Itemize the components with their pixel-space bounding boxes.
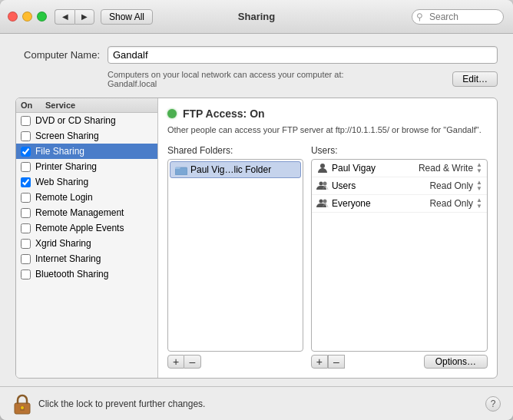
service-label-remote-management: Remote Management <box>35 207 124 218</box>
users-section: Users: Paul VigayRead & Write▲▼ UsersRea… <box>311 145 488 369</box>
folder-icon <box>175 165 187 175</box>
checkbox-remote-apple-events[interactable] <box>21 223 31 233</box>
remove-user-button[interactable]: – <box>328 355 345 369</box>
remove-folder-button[interactable]: – <box>184 355 201 369</box>
checkbox-printer-sharing[interactable] <box>21 162 31 172</box>
help-button[interactable]: ? <box>485 396 501 412</box>
checkbox-web-sharing[interactable] <box>21 177 31 187</box>
edit-button[interactable]: Edit… <box>452 71 498 87</box>
service-item-remote-login[interactable]: Remote Login <box>16 190 157 205</box>
show-all-button[interactable]: Show All <box>101 9 153 25</box>
shared-folders-controls: + – <box>167 355 303 369</box>
checkbox-remote-login[interactable] <box>21 193 31 203</box>
shared-folders-section: Shared Folders: Paul Vig…lic Folder + – <box>167 145 303 369</box>
user-name: Everyone <box>332 198 429 209</box>
user-name: Paul Vigay <box>332 163 419 174</box>
ftp-status: FTP Access: On <box>167 107 488 120</box>
user-item[interactable]: UsersRead Only▲▼ <box>312 177 487 195</box>
group-icon <box>316 180 329 192</box>
user-item[interactable]: Paul VigayRead & Write▲▼ <box>312 160 487 177</box>
lock-icon[interactable] <box>12 393 32 415</box>
ftp-description: Other people can access your FTP server … <box>167 124 488 136</box>
svg-point-8 <box>21 406 24 409</box>
service-label-internet-sharing: Internet Sharing <box>35 253 101 264</box>
service-item-internet-sharing[interactable]: Internet Sharing <box>16 251 157 266</box>
folder-name: Paul Vig…lic Folder <box>190 164 271 175</box>
checkbox-screen-sharing[interactable] <box>21 131 31 141</box>
users-label: Users: <box>311 145 488 156</box>
service-label-remote-apple-events: Remote Apple Events <box>35 223 124 233</box>
svg-point-2 <box>319 182 323 186</box>
shared-folders-list[interactable]: Paul Vig…lic Folder <box>167 159 303 352</box>
service-item-printer-sharing[interactable]: Printer Sharing <box>16 159 157 174</box>
group-icon <box>316 197 329 210</box>
search-input[interactable] <box>412 9 504 25</box>
checkbox-dvd-cd-sharing[interactable] <box>21 116 31 126</box>
service-list-header: On Service <box>16 98 157 113</box>
network-info-text: Computers on your local network can acce… <box>108 70 344 88</box>
search-icon: ⚲ <box>416 12 423 22</box>
folder-item[interactable]: Paul Vig…lic Folder <box>170 161 301 178</box>
right-panel: FTP Access: On Other people can access y… <box>158 98 497 378</box>
main-panel: On Service DVD or CD SharingScreen Shari… <box>15 98 498 379</box>
minimize-button[interactable] <box>22 12 32 21</box>
folders-users-panel: Shared Folders: Paul Vig…lic Folder + – … <box>167 145 488 369</box>
user-name: Users <box>332 180 429 191</box>
person-icon <box>316 162 329 174</box>
checkbox-bluetooth-sharing[interactable] <box>21 270 31 279</box>
users-controls: + – Options… <box>311 355 488 369</box>
service-label-dvd-cd-sharing: DVD or CD Sharing <box>35 115 116 126</box>
service-item-remote-management[interactable]: Remote Management <box>16 205 157 220</box>
user-permission: Read Only <box>429 180 473 191</box>
lock-area[interactable]: Click the lock to prevent further change… <box>12 393 205 415</box>
service-items-list: DVD or CD SharingScreen SharingFile Shar… <box>16 113 157 378</box>
user-permission: Read Only <box>429 198 473 209</box>
service-item-remote-apple-events[interactable]: Remote Apple Events <box>16 220 157 236</box>
close-button[interactable] <box>8 12 18 21</box>
computer-name-input[interactable] <box>108 46 498 64</box>
checkbox-xgrid-sharing[interactable] <box>21 239 31 249</box>
users-list[interactable]: Paul VigayRead & Write▲▼ UsersRead Only▲… <box>311 159 488 352</box>
service-item-xgrid-sharing[interactable]: Xgrid Sharing <box>16 236 157 251</box>
add-folder-button[interactable]: + <box>167 355 184 369</box>
service-item-web-sharing[interactable]: Web Sharing <box>16 174 157 190</box>
service-label-remote-login: Remote Login <box>35 192 93 203</box>
status-indicator <box>167 109 177 118</box>
service-label-web-sharing: Web Sharing <box>35 177 88 187</box>
maximize-button[interactable] <box>37 12 47 21</box>
sharing-window: ◀ ▶ Show All Sharing ⚲ Computer Name: Co… <box>0 0 513 420</box>
svg-point-5 <box>323 200 326 203</box>
content-area: Computer Name: Computers on your local n… <box>0 34 513 386</box>
add-user-button[interactable]: + <box>311 355 328 369</box>
service-item-file-sharing[interactable]: File Sharing <box>16 144 157 159</box>
back-button[interactable]: ◀ <box>55 9 74 25</box>
service-item-dvd-cd-sharing[interactable]: DVD or CD Sharing <box>16 113 157 128</box>
service-item-bluetooth-sharing[interactable]: Bluetooth Sharing <box>16 266 157 282</box>
nav-buttons: ◀ ▶ <box>55 9 94 25</box>
lock-text: Click the lock to prevent further change… <box>38 399 205 409</box>
service-label-screen-sharing: Screen Sharing <box>35 131 99 141</box>
service-item-screen-sharing[interactable]: Screen Sharing <box>16 128 157 144</box>
permission-stepper[interactable]: ▲▼ <box>476 162 482 174</box>
forward-button[interactable]: ▶ <box>74 9 94 25</box>
svg-point-4 <box>319 200 323 203</box>
svg-point-1 <box>320 164 325 168</box>
bottom-controls: Click the lock to prevent further change… <box>0 386 513 420</box>
traffic-lights <box>8 12 47 21</box>
window-title: Sharing <box>238 11 275 22</box>
checkbox-file-sharing[interactable] <box>21 147 31 157</box>
service-list: On Service DVD or CD SharingScreen Shari… <box>16 98 158 378</box>
shared-folders-label: Shared Folders: <box>167 145 303 156</box>
user-item[interactable]: EveryoneRead Only▲▼ <box>312 195 487 213</box>
options-button[interactable]: Options… <box>424 355 488 369</box>
user-permission: Read & Write <box>419 163 473 174</box>
permission-stepper[interactable]: ▲▼ <box>476 197 482 210</box>
service-label-printer-sharing: Printer Sharing <box>35 161 97 172</box>
checkbox-remote-management[interactable] <box>21 208 31 218</box>
checkbox-internet-sharing[interactable] <box>21 254 31 264</box>
permission-stepper[interactable]: ▲▼ <box>476 180 482 192</box>
computer-name-label: Computer Name: <box>15 49 100 61</box>
titlebar: ◀ ▶ Show All Sharing ⚲ <box>0 0 513 34</box>
col-service-header: Service <box>45 101 75 110</box>
search-box: ⚲ <box>412 9 504 25</box>
